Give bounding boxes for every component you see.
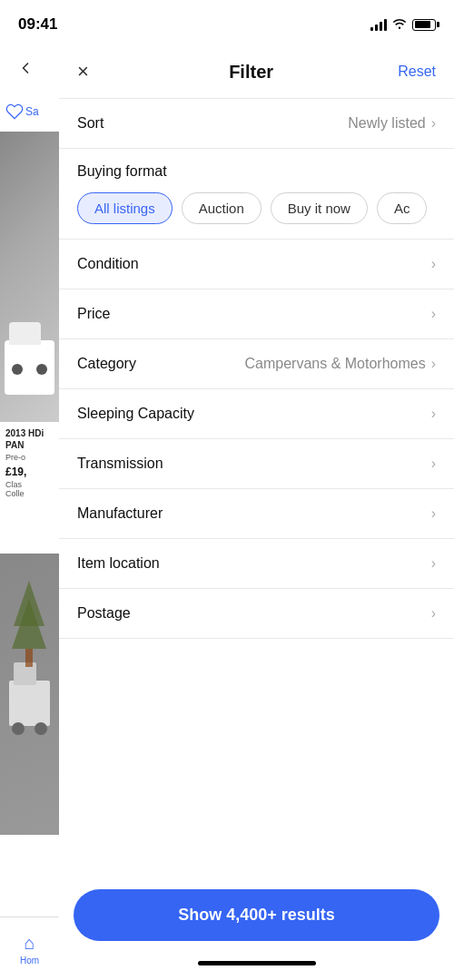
sleeping-capacity-row-right: › [431,406,436,422]
show-results-button[interactable]: Show 4,400+ results [74,889,439,941]
chip-all-listings[interactable]: All listings [77,192,173,224]
sleeping-capacity-row[interactable]: Sleeping Capacity › [59,389,454,439]
sort-value: Newly listed [348,115,425,132]
condition-row[interactable]: Condition › [59,240,454,289]
sleeping-capacity-label: Sleeping Capacity [77,406,194,422]
sort-label: Sort [77,115,104,132]
price-chevron-icon: › [431,306,436,322]
home-indicator [198,961,316,965]
vehicle-image-2 [0,554,59,835]
category-value: Campervans & Motorhomes [244,356,425,372]
postage-row-right: › [431,605,436,622]
price-label: Price [77,306,110,322]
chip-ac[interactable]: Ac [377,192,428,224]
svg-point-2 [12,722,25,735]
vehicle-image [0,132,59,422]
listing-subtitle: Pre-o [5,453,54,462]
filter-footer: Show 4,400+ results [59,869,454,980]
buying-format-chips: All listings Auction Buy it now Ac [77,192,436,224]
background-content: Sa 2013 HDi PAN Pre-o £19, Clas Colle [0,45,59,980]
item-location-label: Item location [77,555,160,572]
home-icon: ⌂ [24,933,35,954]
main-container: Sa 2013 HDi PAN Pre-o £19, Clas Colle [0,45,454,980]
status-time: 09:41 [18,15,57,34]
listing-title: 2013 HDi PAN [5,427,54,451]
category-chevron-icon: › [431,356,436,372]
price-row-right: › [431,306,436,322]
category-label: Category [77,356,136,372]
svg-rect-0 [9,681,50,726]
status-icons [370,17,436,32]
bottom-nav-bg: ⌂ Hom [0,916,59,980]
listing-badge2: Colle [5,489,54,498]
sleeping-capacity-chevron-icon: › [431,406,436,422]
price-row[interactable]: Price › [59,289,454,339]
filter-header: × Filter Reset [59,45,454,99]
buying-format-label: Buying format [77,163,436,180]
svg-point-3 [35,722,47,735]
filter-panel: × Filter Reset Sort Newly listed › Buyin… [59,45,454,980]
battery-icon [412,19,436,31]
condition-row-right: › [431,256,436,272]
item-location-row-right: › [431,555,436,572]
filter-content: Sort Newly listed › Buying format All li… [59,99,454,869]
chip-buy-it-now[interactable]: Buy it now [271,192,368,224]
save-label: Sa [25,105,39,118]
reset-button[interactable]: Reset [398,64,436,80]
transmission-row[interactable]: Transmission › [59,439,454,489]
category-row-right: Campervans & Motorhomes › [244,356,436,372]
buying-format-section: Buying format All listings Auction Buy i… [59,149,454,240]
manufacturer-row[interactable]: Manufacturer › [59,489,454,539]
category-row[interactable]: Category Campervans & Motorhomes › [59,339,454,389]
condition-label: Condition [77,256,139,272]
save-section: Sa [0,95,59,128]
sort-row-right: Newly listed › [348,115,436,132]
condition-chevron-icon: › [431,256,436,272]
postage-chevron-icon: › [431,605,436,622]
signal-icon [370,18,387,31]
transmission-chevron-icon: › [431,456,436,472]
transmission-label: Transmission [77,456,163,472]
listing-info: 2013 HDi PAN Pre-o £19, Clas Colle [0,422,59,504]
manufacturer-row-right: › [431,505,436,522]
manufacturer-label: Manufacturer [77,505,163,522]
item-location-row[interactable]: Item location › [59,539,454,589]
svg-rect-1 [14,662,36,685]
item-location-chevron-icon: › [431,555,436,572]
status-bar: 09:41 [0,0,454,45]
wifi-icon [392,17,407,32]
svg-rect-6 [25,649,33,667]
listing-price: £19, [5,466,54,478]
chip-auction[interactable]: Auction [182,192,262,224]
home-label: Hom [20,956,39,965]
manufacturer-chevron-icon: › [431,505,436,522]
sort-chevron-icon: › [431,115,436,132]
sort-row[interactable]: Sort Newly listed › [59,99,454,149]
postage-row[interactable]: Postage › [59,589,454,639]
postage-label: Postage [77,605,131,622]
listing-badge1: Clas [5,480,54,489]
close-button[interactable]: × [77,60,104,83]
transmission-row-right: › [431,456,436,472]
filter-title: Filter [104,62,398,83]
back-button[interactable] [0,45,59,91]
